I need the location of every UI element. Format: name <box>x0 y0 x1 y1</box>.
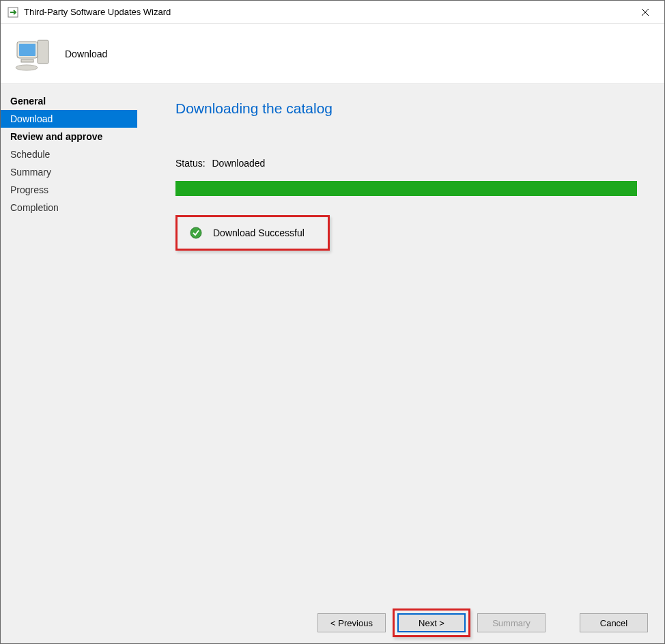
wizard-body: General Download Review and approve Sche… <box>1 84 664 602</box>
close-icon[interactable] <box>632 3 659 22</box>
next-button[interactable]: Next > <box>397 613 466 632</box>
sidebar-item-schedule[interactable]: Schedule <box>1 145 137 163</box>
sidebar-item-summary[interactable]: Summary <box>1 163 137 181</box>
titlebar: Third-Party Software Updates Wizard <box>1 1 664 24</box>
wizard-header: Download <box>1 24 664 84</box>
sidebar-item-review-approve[interactable]: Review and approve <box>1 128 137 145</box>
app-icon <box>8 7 18 18</box>
sidebar-item-completion[interactable]: Completion <box>1 199 137 216</box>
check-icon <box>190 227 202 239</box>
computer-download-icon <box>14 36 53 72</box>
summary-button: Summary <box>477 613 546 632</box>
status-label: Status: <box>175 158 206 169</box>
sidebar-item-general[interactable]: General <box>1 92 137 110</box>
svg-point-9 <box>190 227 201 238</box>
wizard-window: Third-Party Software Updates Wizard Down… <box>0 0 665 644</box>
result-message: Download Successful <box>213 227 305 238</box>
svg-rect-7 <box>21 59 33 62</box>
status-row: Status: Downloaded <box>175 158 637 169</box>
next-highlight: Next > <box>393 608 470 637</box>
cancel-button[interactable]: Cancel <box>580 613 648 632</box>
svg-point-8 <box>16 65 38 70</box>
wizard-main: Downloading the catalog Status: Download… <box>137 84 664 602</box>
wizard-footer: < Previous Next > Summary Cancel <box>1 602 664 643</box>
status-value: Downloaded <box>212 158 265 169</box>
window-title: Third-Party Software Updates Wizard <box>24 7 632 17</box>
page-title: Downloading the catalog <box>175 100 637 117</box>
sidebar-item-download[interactable]: Download <box>1 110 137 128</box>
progress-bar <box>175 181 637 196</box>
header-step-label: Download <box>65 48 107 59</box>
svg-rect-6 <box>19 44 36 56</box>
sidebar-item-progress[interactable]: Progress <box>1 181 137 199</box>
result-box: Download Successful <box>175 215 330 251</box>
wizard-sidebar: General Download Review and approve Sche… <box>1 84 137 602</box>
previous-button[interactable]: < Previous <box>317 613 386 632</box>
svg-rect-4 <box>38 40 48 64</box>
